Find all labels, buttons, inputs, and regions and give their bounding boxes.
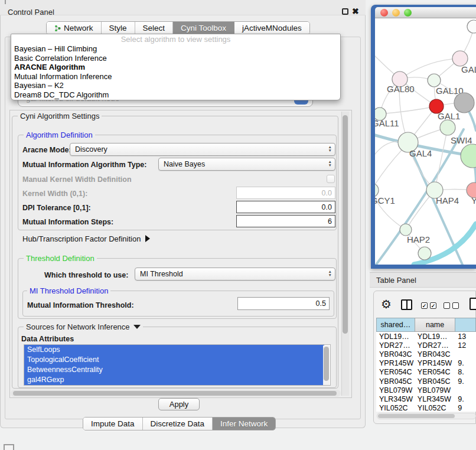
node-swi4[interactable] bbox=[461, 144, 476, 168]
tab-impute-data[interactable]: Impute Data bbox=[83, 418, 143, 430]
screen: Control Panel ✖ NetworkStyleSelectCyni T… bbox=[0, 0, 476, 450]
network-canvas[interactable]: GALGAL80GAL10GAL1GAL11SWI4GAL4GCY1HAP4YH… bbox=[375, 18, 476, 265]
attribute-item[interactable]: gal4RGexp bbox=[24, 375, 324, 385]
table-cell: YIL052C bbox=[376, 404, 415, 412]
attribute-item[interactable]: BetweennessCentrality bbox=[24, 365, 324, 375]
columns-icon[interactable] bbox=[401, 299, 412, 310]
table-cell: YDR27… bbox=[415, 341, 455, 350]
close-button[interactable]: ✖ bbox=[352, 6, 359, 16]
tab-jactivemnodules[interactable]: jActiveMNodules bbox=[234, 22, 309, 34]
algorithm-dropdown-popup: Select algorithm to view settings Bayesi… bbox=[11, 34, 341, 100]
mi-algorithm-value: Naive Bayes bbox=[164, 160, 205, 168]
algorithm-option[interactable]: Bayesian – Hill Climbing bbox=[11, 44, 340, 54]
tab-label: jActiveMNodules bbox=[242, 24, 302, 32]
node[interactable] bbox=[418, 247, 431, 260]
table-row[interactable]: YBR045CYBR045C9. bbox=[376, 377, 476, 386]
mi-threshold-label: Mutual Information Threshold: bbox=[27, 301, 134, 309]
apply-button[interactable]: Apply bbox=[158, 398, 200, 410]
node-hap2[interactable] bbox=[400, 224, 412, 236]
bottom-tab-bar: Impute DataDiscretize DataInfer Network bbox=[83, 417, 276, 431]
top-tab-bar: NetworkStyleSelectCyni ToolboxjActiveMNo… bbox=[46, 21, 310, 35]
manual-kernel-label: Manual Kernel Width Definition bbox=[22, 175, 132, 184]
list-scrollbar-thumb[interactable] bbox=[324, 347, 329, 381]
data-attributes-list: SelfLoopsTopologicalCoefficientBetweenne… bbox=[24, 344, 331, 386]
settings-vertical-scrollbar-thumb[interactable] bbox=[343, 115, 348, 334]
column-header[interactable]: shared… bbox=[376, 318, 415, 332]
table-cell: YIL052C bbox=[415, 404, 455, 412]
node-label: GAL80 bbox=[387, 84, 415, 94]
table-cell: YBR043C bbox=[376, 350, 415, 358]
mi-algorithm-label: Mutual Information Algorithm Type: bbox=[22, 161, 146, 169]
sources-header[interactable]: Sources for Network Inference bbox=[24, 322, 143, 331]
table-horizontal-scrollbar-thumb[interactable] bbox=[378, 414, 455, 418]
tab-label: Impute Data bbox=[91, 419, 135, 428]
table-row[interactable]: YDR27…YDR27…12 bbox=[376, 341, 476, 350]
mi-threshold-group-title: MI Threshold Definition bbox=[27, 286, 110, 295]
table-cell: YDR27… bbox=[376, 341, 415, 350]
mi-steps-field[interactable] bbox=[236, 215, 335, 227]
node[interactable] bbox=[440, 120, 455, 135]
list-scrollbar[interactable] bbox=[323, 345, 330, 385]
float-window-button[interactable] bbox=[342, 8, 348, 15]
traffic-light-zoom[interactable] bbox=[404, 9, 412, 17]
attribute-item[interactable]: SelfLoops bbox=[24, 345, 324, 355]
which-threshold-label: Which threshold to use: bbox=[44, 271, 128, 279]
table-row[interactable]: YPR145WYPR145W9. bbox=[376, 359, 476, 368]
table-cell: 9. bbox=[455, 377, 476, 386]
table-row[interactable]: YER054CYER054C8. bbox=[376, 368, 476, 377]
tab-discretize-data[interactable]: Discretize Data bbox=[143, 418, 213, 430]
dpi-tolerance-field[interactable] bbox=[236, 201, 335, 213]
column-header[interactable] bbox=[455, 318, 476, 332]
tab-cyni-toolbox[interactable]: Cyni Toolbox bbox=[173, 22, 234, 34]
table-cell: 9. bbox=[455, 395, 476, 403]
table-row[interactable]: YLR345WYLR345W9. bbox=[376, 394, 476, 403]
node-label: GAL1 bbox=[438, 111, 460, 121]
tab-label: Infer Network bbox=[220, 419, 268, 428]
manual-kernel-checkbox[interactable] bbox=[327, 175, 335, 183]
algorithm-option[interactable]: ARACNE Algorithm bbox=[11, 63, 340, 72]
graph-edge[interactable] bbox=[380, 106, 436, 114]
data-attributes-label: Data Attributes bbox=[21, 335, 74, 343]
tab-style[interactable]: Style bbox=[102, 22, 135, 34]
column-header[interactable]: name bbox=[415, 318, 455, 332]
node-label: Y bbox=[471, 195, 476, 206]
table-row[interactable]: YDL19…YDL19…13 bbox=[376, 332, 476, 341]
tab-infer-network[interactable]: Infer Network bbox=[213, 418, 275, 430]
mi-threshold-field[interactable] bbox=[237, 297, 330, 310]
docked-panel-icon[interactable] bbox=[4, 444, 14, 450]
algorithm-option[interactable]: Basic Correlation Inference bbox=[11, 54, 340, 63]
tab-select[interactable]: Select bbox=[135, 22, 174, 34]
aracne-mode-combo[interactable]: Discovery ▲▼ bbox=[70, 143, 335, 156]
attribute-item[interactable]: TopologicalCoefficient bbox=[24, 355, 324, 365]
stepper-icon: ▲▼ bbox=[328, 270, 332, 276]
gear-icon[interactable]: ⚙ bbox=[381, 297, 392, 311]
table-row[interactable]: YBL079WYBL079W bbox=[376, 386, 476, 394]
table-panel-title: Table Panel bbox=[376, 276, 416, 285]
deselect-all-columns-icon[interactable] bbox=[444, 302, 459, 309]
which-threshold-combo[interactable]: MI Threshold ▲▼ bbox=[135, 268, 335, 281]
node-label: HAP2 bbox=[407, 234, 430, 244]
kernel-width-field[interactable] bbox=[236, 187, 335, 199]
algorithm-option[interactable]: Mutual Information Inference bbox=[11, 72, 340, 81]
traffic-light-close[interactable] bbox=[380, 9, 388, 17]
node-gal10[interactable] bbox=[428, 74, 441, 87]
tab-network[interactable]: Network bbox=[47, 22, 102, 34]
document-icon[interactable] bbox=[470, 298, 476, 310]
select-all-columns-icon[interactable]: ✓✓ bbox=[421, 302, 436, 309]
node[interactable] bbox=[467, 20, 476, 33]
table-row[interactable]: YIL052CYIL052C9 bbox=[376, 404, 476, 412]
algorithm-option[interactable]: Bayesian – K2 bbox=[11, 81, 340, 90]
mi-algorithm-combo[interactable]: Naive Bayes ▲▼ bbox=[158, 158, 335, 171]
network-graph[interactable]: GALGAL80GAL10GAL1GAL11SWI4GAL4GCY1HAP4YH… bbox=[375, 18, 476, 265]
table-header-row: shared…name bbox=[376, 318, 476, 332]
traffic-light-minimize[interactable] bbox=[392, 9, 400, 17]
settings-horizontal-scrollbar-thumb[interactable] bbox=[13, 391, 337, 396]
table-cell: YBL079W bbox=[415, 386, 455, 394]
panel-title: Control Panel bbox=[8, 8, 54, 17]
hub-section-header[interactable]: Hub/Transcription Factor Definition bbox=[22, 234, 150, 243]
network-view-titlebar[interactable] bbox=[375, 7, 476, 18]
table-row[interactable]: YBR043CYBR043C bbox=[376, 350, 476, 358]
node[interactable] bbox=[454, 93, 474, 113]
hub-section-label: Hub/Transcription Factor Definition bbox=[22, 234, 141, 243]
algorithm-option[interactable]: Dream8 DC_TDC Algorithm bbox=[11, 90, 340, 100]
